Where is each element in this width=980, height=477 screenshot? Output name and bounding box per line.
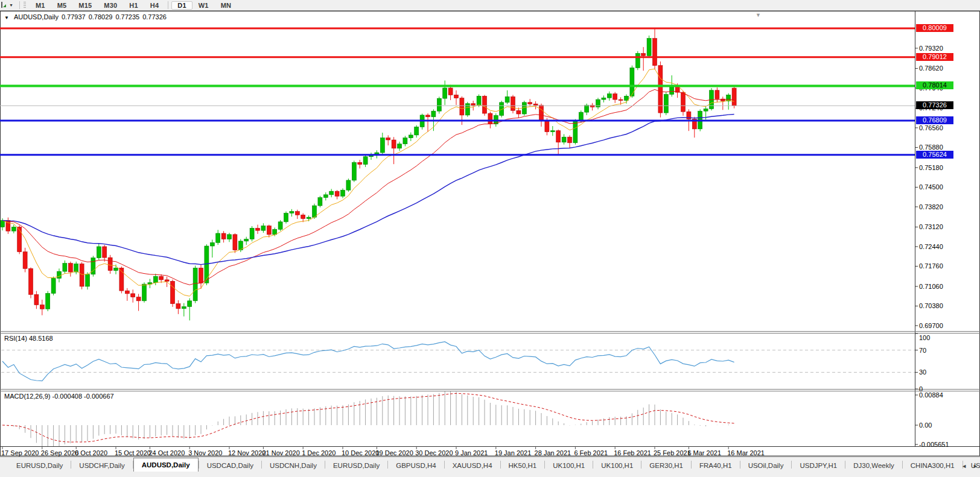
chart-tab-bar: EURUSD,DailyUSDCHF,DailyAUDUSD,DailyUSDC… xyxy=(0,456,980,472)
date-label: 25 Feb 2021 xyxy=(654,449,691,456)
tab-eurusd-daily[interactable]: EURUSD,Daily xyxy=(325,460,387,472)
ma-21-line xyxy=(2,89,734,285)
autoscroll-marker-icon[interactable]: ▼ xyxy=(756,12,761,18)
price-badge: 0.78014 xyxy=(916,81,953,89)
date-label: 6 Mar 2021 xyxy=(687,449,721,456)
price-badge: 0.75624 xyxy=(916,151,953,159)
rsi-tick-label: 100 xyxy=(919,334,930,341)
date-label: 6 Oct 2020 xyxy=(75,449,107,456)
timeframe-h1[interactable]: H1 xyxy=(123,1,144,10)
timeframe-w1[interactable]: W1 xyxy=(192,1,215,10)
price-tick-label: 0.73120 xyxy=(919,223,943,230)
price-tick-label: 0.69700 xyxy=(919,322,943,329)
tab-ger30-h1[interactable]: GER30,H1 xyxy=(641,460,691,472)
tab-usdcnh-daily[interactable]: USDCNH,Daily xyxy=(262,460,325,472)
tab-usdchf-daily[interactable]: USDCHF,Daily xyxy=(71,460,132,472)
chart-title: ▼AUDUSD,Daily0.779370.780290.772350.7732… xyxy=(4,13,167,21)
date-label: 30 Dec 2020 xyxy=(415,449,453,456)
price-badge: 0.80009 xyxy=(916,24,953,32)
ohlc-low: 0.77235 xyxy=(115,13,139,21)
rsi-tick-label: 30 xyxy=(919,368,926,376)
ohlc-close: 0.77326 xyxy=(142,13,167,21)
date-label: 12 Nov 2020 xyxy=(228,449,266,456)
tab-hk50-h1[interactable]: HK50,H1 xyxy=(501,460,545,472)
date-label: 9 Jan 2021 xyxy=(455,449,488,456)
tab-china300-h1[interactable]: CHINA300,H1 xyxy=(903,460,962,472)
macd-signal-line xyxy=(2,393,734,442)
tab-uk100-h1[interactable]: UK100,H1 xyxy=(593,460,641,472)
date-label: 24 Oct 2020 xyxy=(148,449,185,456)
macd-tick-label: 0.00 xyxy=(919,422,932,429)
chart-canvas[interactable] xyxy=(0,11,980,456)
top-toolbar: ▼ M1M5M15M30H1H4D1W1MN xyxy=(0,0,980,11)
timeframe-m15[interactable]: M15 xyxy=(72,1,98,10)
tab-scroll-arrows: ◄ ► xyxy=(961,463,978,469)
toolbar-separator xyxy=(168,1,168,9)
date-label: 19 Jan 2021 xyxy=(495,449,532,456)
chevron-down-icon[interactable]: ▼ xyxy=(7,3,17,7)
scroll-left-icon[interactable]: ◄ xyxy=(961,463,967,469)
tab-usdcad-daily[interactable]: USDCAD,Daily xyxy=(199,460,261,472)
tab-usoil-daily[interactable]: USOil,Daily xyxy=(740,460,792,472)
chart-symbol: AUDUSD,Daily xyxy=(14,13,59,21)
price-tick-label: 0.75880 xyxy=(919,144,943,151)
chart-menu-icon[interactable]: ▼ xyxy=(4,15,9,21)
price-tick-label: 0.70380 xyxy=(919,302,943,309)
price-tick-label: 0.71060 xyxy=(919,283,943,290)
date-label: 16 Feb 2021 xyxy=(614,449,651,456)
date-label: 28 Jan 2021 xyxy=(535,449,571,456)
chart-window[interactable]: ▼AUDUSD,Daily0.779370.780290.772350.7732… xyxy=(0,11,980,456)
price-badge: 0.77326 xyxy=(916,101,953,109)
tab-usdjpy-h1[interactable]: USDJPY,H1 xyxy=(792,460,845,472)
price-tick-label: 0.71760 xyxy=(919,262,943,270)
price-tick-label: 0.72440 xyxy=(919,243,943,250)
date-label: 16 Mar 2021 xyxy=(727,449,765,456)
price-tick-label: 0.79320 xyxy=(919,45,943,52)
macd-label: MACD(12,26,9) -0.000408 -0.000667 xyxy=(4,393,114,400)
tab-list: EURUSD,DailyUSDCHF,DailyAUDUSD,DailyUSDC… xyxy=(8,458,980,472)
tab-dj30-weekly[interactable]: DJ30,Weekly xyxy=(845,460,902,472)
timeframe-m5[interactable]: M5 xyxy=(51,1,73,10)
date-label: 1 Dec 2020 xyxy=(302,449,336,456)
toolbar-separator xyxy=(19,1,20,9)
tab-uk100-h1[interactable]: UK100,H1 xyxy=(545,460,593,472)
date-label: 21 Nov 2020 xyxy=(262,449,299,456)
tab-audusd-daily[interactable]: AUDUSD,Daily xyxy=(133,458,199,472)
date-label: 6 Feb 2021 xyxy=(574,449,608,456)
timeframe-mn[interactable]: MN xyxy=(215,1,238,10)
rsi-label: RSI(14) 48.5168 xyxy=(4,335,53,342)
ohlc-open: 0.77937 xyxy=(62,13,86,21)
date-label: 15 Oct 2020 xyxy=(115,449,151,456)
mt4-terminal: { "toolbar": { "chart_tool_icon": "chart… xyxy=(0,0,980,477)
date-label: 17 Sep 2020 xyxy=(1,449,39,456)
timeframe-m30[interactable]: M30 xyxy=(98,1,123,10)
ma-55-line xyxy=(2,115,734,265)
rsi-tick-label: 70 xyxy=(919,347,926,354)
tab-fra40-h1[interactable]: FRA40,H1 xyxy=(692,460,740,472)
timeframe-h4[interactable]: H4 xyxy=(144,1,165,10)
date-label: 3 Nov 2020 xyxy=(188,449,222,456)
price-tick-label: 0.73820 xyxy=(919,203,943,210)
price-badge: 0.79012 xyxy=(916,53,953,61)
date-label: 10 Dec 2020 xyxy=(342,449,379,456)
chart-cursor-glyph xyxy=(0,1,7,9)
timeframe-buttons: M1M5M15M30H1H4D1W1MN xyxy=(30,0,237,10)
rsi-line xyxy=(2,342,734,381)
macd-tick-label: 0.00884 xyxy=(919,391,943,399)
chart-cursor-icon[interactable] xyxy=(0,1,7,9)
macd-tick-label: -0.005651 xyxy=(919,441,949,448)
date-label: 26 Sep 2020 xyxy=(41,449,78,456)
timeframe-m1[interactable]: M1 xyxy=(30,1,51,10)
tab-eurusd-daily[interactable]: EURUSD,Daily xyxy=(8,460,71,472)
price-tick-label: 0.74500 xyxy=(919,183,943,191)
ohlc-high: 0.78029 xyxy=(89,13,113,21)
timeframe-d1[interactable]: D1 xyxy=(171,1,192,10)
date-label: 19 Dec 2020 xyxy=(375,449,413,456)
price-tick-label: 0.75180 xyxy=(919,164,943,171)
toolbar-grip[interactable] xyxy=(24,2,26,9)
price-tick-label: 0.76560 xyxy=(919,124,943,131)
price-badge: 0.76809 xyxy=(916,116,953,124)
scroll-right-icon[interactable]: ► xyxy=(973,463,978,469)
tab-gbpusd-h4[interactable]: GBPUSD,H4 xyxy=(388,460,444,472)
tab-xauusd-h4[interactable]: XAUUSD,H4 xyxy=(445,460,500,472)
